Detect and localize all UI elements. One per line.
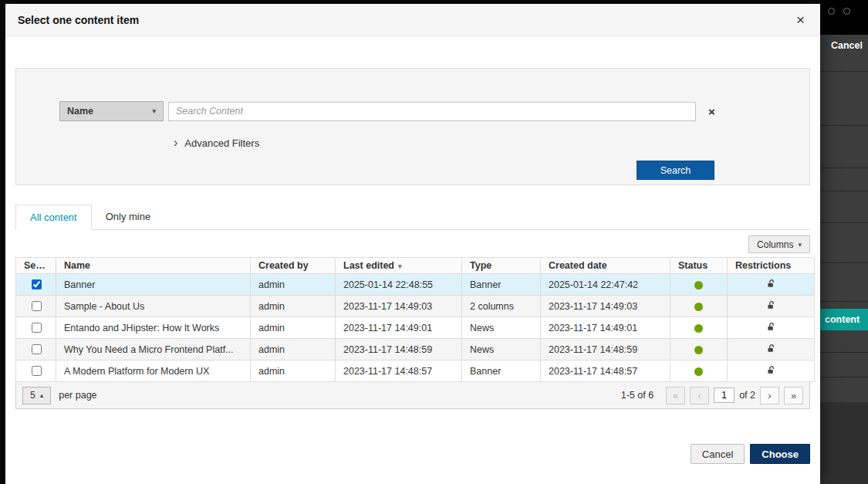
open-lock-icon [766, 279, 776, 289]
chevron-right-icon: › [174, 137, 177, 149]
cell-last-edited: 2023-11-17 14:48:59 [336, 339, 462, 360]
cell-name: Banner [56, 274, 251, 296]
content-tabs: All content Only mine [15, 205, 810, 230]
columns-button[interactable]: Columns ▾ [748, 235, 810, 253]
prev-page-button[interactable]: ‹ [690, 387, 709, 404]
topbar-icon [828, 8, 835, 15]
columns-button-label: Columns [757, 239, 793, 250]
status-published-icon [694, 324, 703, 333]
background-add-content-button[interactable]: content [820, 309, 868, 330]
search-field-dropdown[interactable]: Name ▾ [59, 101, 164, 121]
page-size-value: 5 [30, 390, 35, 401]
cell-restrictions [728, 339, 815, 360]
modal-footer: Cancel Choose [15, 444, 810, 464]
background-cancel-button[interactable]: Cancel [831, 40, 863, 51]
open-lock-icon [766, 344, 776, 354]
column-header-last-edited[interactable]: Last edited▾ [336, 258, 462, 274]
column-header-select: Select [16, 258, 56, 274]
background-panel [820, 402, 868, 484]
cell-created-date: 2023-11-17 14:49:01 [541, 317, 670, 339]
table-row[interactable]: Entando and JHipster: How It Works admin… [16, 317, 815, 339]
table-row[interactable]: A Modern Platform for Modern UX admin 20… [16, 360, 815, 382]
divider [820, 125, 868, 126]
status-published-icon [694, 281, 703, 289]
row-checkbox[interactable] [32, 323, 42, 333]
last-page-button[interactable]: » [784, 387, 803, 404]
table-row[interactable]: Why You Need a Micro Frontend Platf... a… [16, 339, 815, 360]
divider [820, 262, 868, 263]
column-header-status: Status [670, 258, 728, 274]
cell-restrictions [728, 274, 815, 296]
topbar-icon [843, 8, 850, 15]
row-checkbox[interactable] [32, 279, 42, 289]
tab-label: All content [30, 212, 77, 223]
range-label: 1-5 of 6 [621, 390, 654, 401]
divider [820, 352, 868, 353]
cell-created-date: 2023-11-17 14:48:59 [541, 339, 670, 360]
tab-all-content[interactable]: All content [15, 205, 92, 230]
column-header-label: Last edited [343, 260, 394, 271]
current-page-input[interactable] [714, 388, 735, 403]
caret-down-icon: ▾ [798, 241, 802, 249]
search-field-label: Name [67, 106, 93, 117]
row-checkbox[interactable] [32, 344, 42, 354]
advanced-filters-toggle[interactable]: Advanced Filters [184, 137, 259, 149]
caret-up-icon: ▴ [40, 391, 44, 399]
sort-caret-icon: ▾ [398, 262, 402, 270]
cell-last-edited: 2025-01-14 22:48:55 [336, 274, 462, 296]
cell-restrictions [728, 296, 815, 317]
modal-body: Name ▾ × › Advanced Filters Search All c… [5, 68, 820, 464]
columns-row: Columns ▾ [15, 235, 810, 253]
modal-title: Select one content item [18, 14, 139, 26]
search-button[interactable]: Search [637, 161, 714, 180]
tab-only-mine[interactable]: Only mine [92, 205, 165, 229]
content-table: Select Name Created by Last edited▾ Type… [15, 257, 815, 382]
divider [820, 222, 868, 223]
select-content-modal: Select one content item × Name ▾ × › Adv… [5, 4, 820, 484]
cell-created-date: 2023-11-17 14:48:57 [541, 360, 670, 382]
column-header-type[interactable]: Type [462, 258, 541, 274]
column-header-created-by[interactable]: Created by [251, 258, 336, 274]
pager-controls: 1-5 of 6 « ‹ of 2 › » [621, 387, 803, 404]
pagination-bar: 5 ▴ per page 1-5 of 6 « ‹ of 2 › » [15, 382, 810, 409]
cell-type: Banner [462, 360, 541, 382]
cell-created-by: admin [251, 339, 336, 360]
divider [820, 71, 868, 72]
close-icon[interactable]: × [793, 12, 808, 27]
background-app: Cancel content [820, 0, 868, 484]
cell-created-by: admin [251, 317, 336, 339]
cell-created-date: 2023-11-17 14:49:03 [541, 296, 670, 317]
status-published-icon [694, 367, 703, 376]
choose-button[interactable]: Choose [750, 444, 810, 464]
open-lock-icon [766, 365, 776, 375]
cell-type: 2 columns [462, 296, 541, 317]
row-checkbox[interactable] [32, 301, 42, 311]
search-input[interactable] [168, 102, 696, 121]
cell-name: A Modern Platform for Modern UX [56, 360, 251, 382]
cell-last-edited: 2023-11-17 14:49:03 [336, 296, 462, 317]
cell-created-by: admin [251, 360, 336, 382]
divider [820, 191, 868, 191]
clear-search-icon[interactable]: × [704, 104, 720, 119]
cell-restrictions [728, 317, 815, 339]
column-header-restrictions: Restrictions [728, 258, 815, 274]
table-row[interactable]: Banner admin 2025-01-14 22:48:55 Banner … [16, 274, 815, 296]
status-published-icon [694, 346, 703, 354]
cell-type: Banner [462, 274, 541, 296]
first-page-button[interactable]: « [666, 387, 685, 404]
row-checkbox[interactable] [32, 366, 42, 376]
page-size-selector[interactable]: 5 ▴ [22, 387, 51, 404]
caret-down-icon: ▾ [152, 107, 156, 115]
divider [820, 301, 868, 302]
next-page-button[interactable]: › [760, 387, 779, 404]
cell-last-edited: 2023-11-17 14:48:57 [336, 360, 462, 382]
column-header-created-date[interactable]: Created date [541, 258, 670, 274]
per-page-label: per page [59, 390, 96, 401]
cell-created-by: admin [251, 296, 336, 317]
cell-restrictions [728, 360, 815, 382]
cell-created-by: admin [251, 274, 336, 296]
cancel-button[interactable]: Cancel [691, 444, 745, 464]
table-row[interactable]: Sample - About Us admin 2023-11-17 14:49… [16, 296, 815, 317]
advanced-filters-row: › Advanced Filters [174, 137, 259, 149]
column-header-name[interactable]: Name [56, 258, 251, 274]
